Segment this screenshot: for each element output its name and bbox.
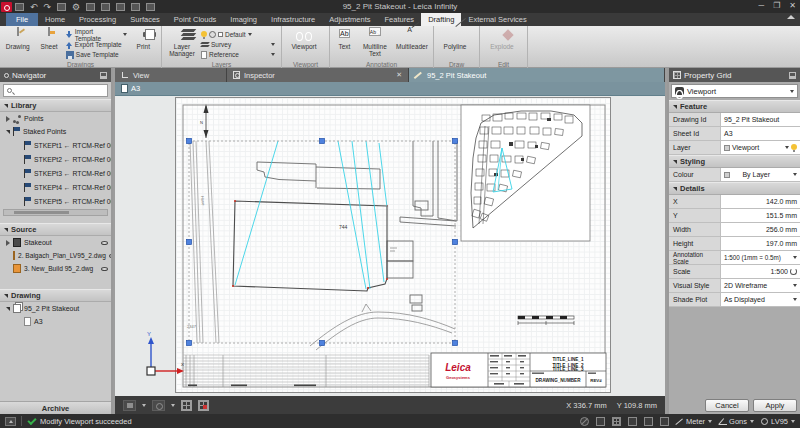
section-library[interactable]: Library: [0, 99, 111, 112]
expander-icon[interactable]: [6, 240, 10, 246]
tab-adjustments[interactable]: Adjustments: [322, 13, 377, 26]
property-grid-toggle-icon[interactable]: [612, 417, 621, 426]
tree-item-staked-points[interactable]: Staked Points: [0, 125, 111, 138]
tree-item-points[interactable]: Points: [0, 112, 111, 125]
search-input[interactable]: [15, 87, 95, 94]
cancel-button[interactable]: Cancel: [705, 399, 749, 412]
visibility-eye-icon[interactable]: [101, 241, 108, 245]
layer-default-row[interactable]: Default: [201, 30, 275, 39]
tab-external-services[interactable]: External Services: [461, 13, 533, 26]
lightbulb-icon[interactable]: [201, 31, 207, 39]
chevron-down-icon[interactable]: [785, 146, 789, 149]
tab-processing[interactable]: Processing: [72, 13, 123, 26]
report-icon[interactable]: [146, 3, 155, 11]
delete-icon[interactable]: [57, 3, 66, 11]
polyline-button[interactable]: Polyline: [437, 27, 473, 51]
tree-item-stkept1[interactable]: STKEPt1 ← RTCM-Ref 0000 (07/10/: [0, 138, 111, 152]
export-template-button[interactable]: Export Template: [66, 40, 127, 49]
angle-unit-selector[interactable]: Gons: [719, 417, 754, 426]
pin-icon[interactable]: [789, 72, 796, 79]
archive-icon[interactable]: [101, 3, 110, 11]
chevron-down-icon[interactable]: [171, 404, 175, 407]
expander-icon[interactable]: [6, 130, 10, 134]
viewport-selection[interactable]: [187, 139, 458, 346]
quick-access-toolbar[interactable]: ↶ ↷ ⚙: [15, 3, 155, 11]
expander-icon[interactable]: [6, 307, 10, 311]
chevron-down-icon[interactable]: [142, 404, 146, 407]
a3-sheet[interactable]: Hane 2347: [175, 97, 611, 393]
send-icon[interactable]: [131, 3, 140, 11]
tree-item-stkept4[interactable]: STKEPt4 ← RTCM-Ref 0000 (07/10/: [0, 180, 111, 194]
tree-item-drawing-root[interactable]: 95_2 Pit Stakeout: [0, 302, 111, 315]
import-template-button[interactable]: Import Template: [66, 30, 127, 39]
section-styling[interactable]: Styling: [669, 155, 800, 168]
grid-toggle-button[interactable]: [181, 400, 192, 411]
length-unit-selector[interactable]: Meter: [676, 417, 712, 426]
undo-icon[interactable]: ↶: [30, 3, 38, 11]
tab-home[interactable]: Home: [38, 13, 72, 26]
section-feature[interactable]: Feature: [669, 100, 800, 113]
apply-button[interactable]: Apply: [753, 399, 797, 412]
refresh-scale-icon[interactable]: [790, 268, 797, 275]
tree-item-stkept2[interactable]: STKEPt2 ← RTCM-Ref 0000 (07/10/: [0, 152, 111, 166]
tab-95-2-pit-stakeout[interactable]: 95_2 Pit Stakeout: [409, 68, 665, 82]
layer-reference-row[interactable]: Reference: [201, 50, 275, 59]
section-source[interactable]: Source: [0, 223, 111, 236]
tab-view[interactable]: View: [115, 68, 227, 82]
chevron-down-icon[interactable]: [248, 33, 252, 36]
chevron-down-icon[interactable]: [793, 284, 797, 287]
layers-toggle-icon[interactable]: [628, 417, 637, 426]
tree-item-sheet-a3[interactable]: A3: [0, 315, 111, 328]
settings-gear-icon[interactable]: ⚙: [72, 3, 80, 11]
visibility-eye-icon[interactable]: [101, 267, 108, 271]
horizontal-scrollbar[interactable]: [3, 209, 108, 216]
navigator-search[interactable]: [3, 84, 108, 97]
lightbulb-icon[interactable]: [791, 144, 797, 152]
tab-imaging[interactable]: Imaging: [223, 13, 264, 26]
cloud-icon[interactable]: [116, 3, 125, 11]
multileader-button[interactable]: Multileader: [394, 27, 430, 51]
tree-item-stkept3[interactable]: STKEPt3 ← RTCM-Ref 0000 (07/10/: [0, 166, 111, 180]
fill-mode-button[interactable]: [123, 400, 136, 411]
layer-manager-button[interactable]: Layer Manager: [165, 27, 199, 57]
selection-type-dropdown[interactable]: Viewport: [671, 84, 798, 98]
multiline-text-button[interactable]: Multiline Text: [358, 27, 392, 57]
pin-icon[interactable]: [100, 72, 107, 79]
maximize-button[interactable]: ❐: [773, 1, 780, 10]
chevron-down-icon[interactable]: [793, 256, 797, 259]
tab-inspector[interactable]: Inspector✕: [227, 68, 409, 82]
minimize-button[interactable]: ─: [758, 1, 764, 10]
ribbon-collapse-icon[interactable]: [787, 15, 795, 19]
snap-grid-button[interactable]: [198, 400, 209, 411]
save-template-button[interactable]: Save Template: [66, 50, 127, 59]
selection-handles[interactable]: [187, 139, 458, 346]
layer-survey-row[interactable]: Survey: [201, 40, 275, 49]
inspector-toggle-icon[interactable]: [596, 417, 605, 426]
chevron-down-icon[interactable]: [271, 43, 275, 46]
expander-icon[interactable]: [6, 116, 10, 122]
text-button[interactable]: Text: [333, 27, 356, 51]
section-details[interactable]: Details: [669, 182, 800, 195]
tab-drafting[interactable]: Drafting: [421, 13, 461, 26]
tree-item-dwg-3[interactable]: 3. New_Build 95_2.dwg: [0, 262, 111, 275]
snap-mode-button[interactable]: [152, 400, 165, 411]
default-checkbox[interactable]: [218, 32, 223, 37]
tools-icon[interactable]: [86, 3, 95, 11]
chevron-down-icon[interactable]: [793, 298, 797, 301]
tree-item-stkept5[interactable]: STKEPt5 ← RTCM-Ref 0000 (07/10/: [0, 194, 111, 208]
tab-infrastructure[interactable]: Infrastructure: [264, 13, 322, 26]
section-archive[interactable]: Archive: [0, 401, 111, 414]
section-drawing[interactable]: Drawing: [0, 289, 111, 302]
viewport-button[interactable]: Viewport: [285, 27, 323, 51]
drawing-viewport[interactable]: Hane 2347: [115, 96, 665, 396]
link-icon[interactable]: [209, 31, 216, 38]
chevron-down-icon[interactable]: [271, 53, 275, 56]
chevron-down-icon[interactable]: [793, 173, 797, 176]
log-toggle-icon[interactable]: [644, 417, 653, 426]
tab-surfaces[interactable]: Surfaces: [123, 13, 167, 26]
redo-icon[interactable]: ↷: [44, 3, 52, 11]
navigator-toggle-icon[interactable]: [580, 417, 589, 426]
close-button[interactable]: ✕: [789, 1, 796, 10]
sheet-tab-a3[interactable]: A3: [131, 84, 140, 93]
tree-item-dwg-2[interactable]: 2. Balgach_Plan_LV95_2.dwg: [0, 249, 111, 262]
